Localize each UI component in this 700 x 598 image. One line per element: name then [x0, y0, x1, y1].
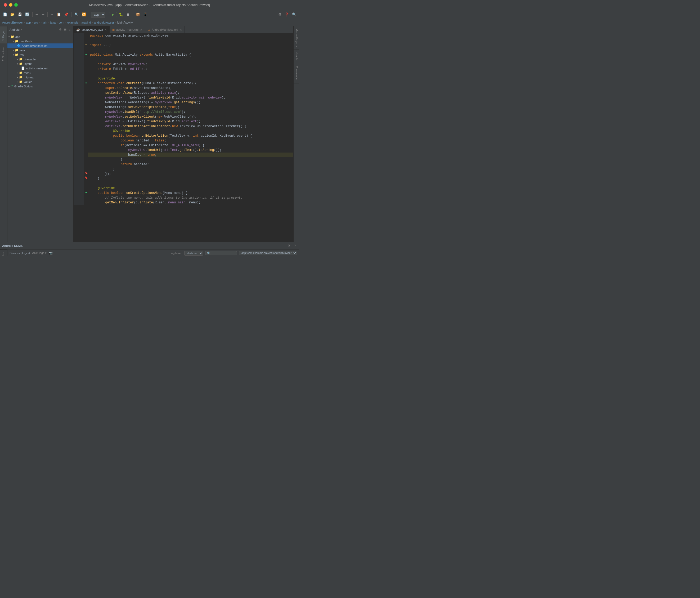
code-line-if: if(actionId == EditorInfo.IME_ACTION_SEN…: [74, 143, 293, 148]
folder-icon-layout: 📁: [19, 62, 23, 66]
close-button[interactable]: [4, 3, 7, 7]
folder-icon-mipmap: 📁: [19, 75, 23, 79]
minimize-button[interactable]: [9, 3, 12, 7]
search-btn[interactable]: 🔍: [73, 11, 80, 17]
breadcrumb-java[interactable]: java: [50, 21, 56, 24]
project-panel-header: Android ▾ ⚙ ⊟ ≡: [7, 26, 73, 33]
right-tab-gradle[interactable]: Gradle: [294, 50, 299, 63]
new-file-btn[interactable]: 📄: [2, 11, 8, 17]
folder-icon-manifests: 📁: [15, 40, 19, 43]
code-line-setwvc: myWebView.setWebViewClient(new WebViewCl…: [74, 115, 293, 119]
arrow-layout: ▾: [17, 63, 18, 65]
search-everything-btn[interactable]: 🔍: [291, 11, 298, 17]
window-controls[interactable]: [4, 3, 18, 7]
ddms-settings-btn[interactable]: ⚙: [287, 244, 291, 248]
tree-item-mipmap[interactable]: ▸ 📁 mipmap: [7, 75, 73, 79]
debug-button[interactable]: 🐛: [118, 11, 124, 17]
tree-item-res[interactable]: ▾ 📁 res: [7, 52, 73, 57]
app-filter-select[interactable]: app: com.example.aravind.androidbrowser: [239, 251, 297, 255]
breadcrumb-example[interactable]: example: [67, 21, 78, 24]
code-line-closeparen: 🔖 });: [74, 172, 293, 176]
main-container: 1: Project 2: Structure Android ▾ ⚙ ⊟ ≡ …: [0, 26, 299, 242]
code-line-closebrace1: }: [74, 157, 293, 162]
code-line-empty1: [74, 48, 293, 52]
tree-item-drawable[interactable]: ▸ 📁 drawable: [7, 57, 73, 61]
stop-button[interactable]: ⏹: [125, 11, 131, 17]
paste-btn[interactable]: 📌: [63, 11, 70, 17]
run-button[interactable]: ▶: [109, 12, 117, 17]
sync-project-btn[interactable]: ⚙: [58, 28, 62, 31]
undo-btn[interactable]: ↩: [34, 11, 40, 17]
tab-activity-main-xml[interactable]: ⊞ activity_main.xml ✕: [109, 26, 145, 33]
sync-btn[interactable]: 🔄: [24, 11, 31, 17]
avd-manager-btn[interactable]: 📱: [142, 11, 149, 17]
close-tab-activity-main[interactable]: ✕: [140, 28, 142, 31]
adb-logs-btn[interactable]: ADB logs ▾: [32, 251, 47, 255]
tab-mainactivity-java[interactable]: ☕ MainActivity.java ✕: [74, 26, 109, 33]
breadcrumb-androidbrowser[interactable]: AndroidBrowser: [2, 21, 23, 24]
folder-icon-java: 📁: [15, 48, 19, 52]
save-btn[interactable]: 💾: [17, 11, 23, 17]
breadcrumb: AndroidBrowser › app › src › main › java…: [0, 19, 299, 26]
arrow-gradle: ▸: [8, 85, 10, 88]
arrow-mipmap: ▸: [17, 76, 18, 79]
screenshot-btn[interactable]: 📷: [49, 251, 53, 255]
ddms-close-btn[interactable]: ✕: [293, 244, 297, 248]
cut-btn[interactable]: ✂: [49, 11, 55, 17]
tree-item-app[interactable]: ▾ 📁 app: [7, 34, 73, 39]
breadcrumb-androidbrowser2[interactable]: androidbrowser: [94, 21, 114, 24]
arrow-menu: ▸: [17, 72, 18, 74]
collapse-all-btn[interactable]: ⊟: [63, 28, 67, 31]
tree-item-values[interactable]: ▸ 📁 values: [7, 79, 73, 84]
close-tab-mainactivity[interactable]: ✕: [105, 28, 107, 31]
close-tab-androidmanifest[interactable]: ✕: [180, 28, 182, 31]
log-level-label: Log level:: [170, 252, 182, 255]
code-line-import: + import ...;: [74, 43, 293, 48]
help-btn[interactable]: ❓: [283, 11, 290, 17]
project-panel: Android ▾ ⚙ ⊟ ≡ ▾ 📁 app ▾ 📁 manifests: [7, 26, 74, 242]
tab-androidmanifest-xml[interactable]: ⊞ AndroidManifest.xml ✕: [145, 26, 185, 33]
breadcrumb-app[interactable]: app: [26, 21, 31, 24]
code-line-handledtrue: handled = true;: [74, 153, 293, 157]
bottom-tab-favorites[interactable]: 2: Favorites: [0, 249, 7, 255]
breadcrumb-src[interactable]: src: [34, 21, 38, 24]
tree-item-manifests[interactable]: ▾ 📁 manifests: [7, 39, 73, 44]
code-editor[interactable]: package com.example.aravind.androidbrows…: [74, 33, 293, 242]
log-level-select[interactable]: Verbose Debug Info Warn Error: [184, 251, 203, 255]
tree-item-activity-main-xml[interactable]: 📄 activity_main.xml: [7, 66, 73, 71]
settings-panel-btn[interactable]: ≡: [68, 28, 71, 31]
tree-item-androidmanifest[interactable]: 🔷 AndroidManifest.xml: [7, 44, 73, 48]
breadcrumb-main[interactable]: main: [41, 21, 47, 24]
breadcrumb-com[interactable]: com: [59, 21, 64, 24]
redo-btn[interactable]: ↪: [40, 11, 46, 17]
tree-item-layout[interactable]: ▾ 📁 layout: [7, 61, 73, 66]
code-line-handled: boolean handled = false;: [74, 138, 293, 143]
code-line-oncreateoptions: ● public boolean onCreateOptionsMenu(Men…: [74, 191, 293, 196]
maximize-button[interactable]: [14, 3, 18, 7]
code-line-closebrace3: 🔖 }: [74, 176, 293, 181]
code-line-empty2: [74, 57, 293, 62]
replace-btn[interactable]: 🔁: [80, 11, 88, 17]
tree-item-gradle[interactable]: ▸ ⬡ Gradle Scripts: [7, 84, 73, 89]
code-line-edittext: private EditText editText;: [74, 67, 293, 72]
sdk-manager-btn[interactable]: 📦: [134, 11, 141, 17]
code-line-override2: @Override: [74, 129, 293, 133]
open-btn[interactable]: 📂: [9, 11, 16, 17]
code-line-class: ● public class MainActivity extends Acti…: [74, 52, 293, 57]
settings-btn[interactable]: ⚙: [277, 11, 283, 17]
copy-btn[interactable]: 📋: [55, 11, 62, 17]
devices-tab-btn[interactable]: Devices | logcat: [9, 252, 30, 255]
code-line-super: super.onCreate(savedInstanceState);: [74, 86, 293, 91]
breadcrumb-aravind[interactable]: aravind: [81, 21, 91, 24]
sidebar-tab-project[interactable]: 1: Project: [0, 26, 7, 44]
log-search-input[interactable]: [205, 251, 237, 255]
tree-item-menu[interactable]: ▸ 📁 menu: [7, 71, 73, 75]
bottom-panels: 2: Favorites Build Variants Devices | lo…: [0, 249, 299, 255]
breadcrumb-mainactivity[interactable]: MainActivity: [117, 21, 133, 24]
sidebar-tab-structure[interactable]: 2: Structure: [0, 44, 7, 64]
app-selector[interactable]: app: [91, 11, 105, 18]
right-tab-commander[interactable]: Commander: [294, 63, 299, 83]
right-tab-maven[interactable]: Maven Projects: [294, 26, 299, 50]
tree-item-java[interactable]: ▸ 📁 java: [7, 48, 73, 52]
left-sidebar-tabs: 1: Project 2: Structure: [0, 26, 7, 242]
